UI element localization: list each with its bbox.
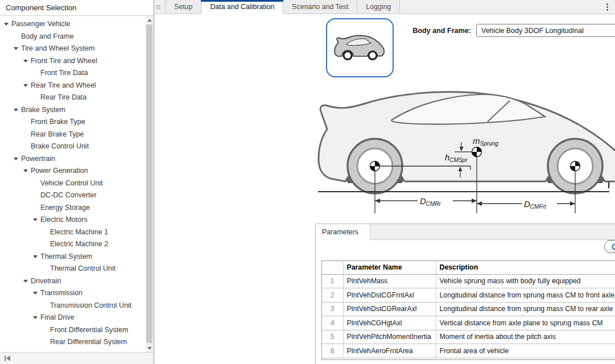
tree-item-energy-storage[interactable]: Energy Storage <box>0 202 146 214</box>
reset-values-button[interactable]: Reset Values <box>604 240 615 253</box>
tree-item-label: Front Tire and Wheel <box>31 55 97 68</box>
tree-item-electric-motors[interactable]: Electric Motors <box>0 214 146 226</box>
tree-item-powertrain[interactable]: Powertrain <box>0 153 146 166</box>
virtual-vehicle-composer-window: Component Selection Passenger VehicleBod… <box>0 0 615 364</box>
tree-item-label: Front Tire Data <box>40 67 88 80</box>
tree-item-front-differential-system[interactable]: Front Differential System <box>0 324 146 337</box>
tree-item-label: Electric Machine 2 <box>50 238 108 251</box>
tree-item-label: Final Drive <box>40 312 75 324</box>
tree-item-label: Electric Motors <box>40 214 88 226</box>
scroll-up-icon[interactable] <box>146 16 153 24</box>
tree-item-dc-dc-converter[interactable]: DC-DC Converter <box>0 189 146 202</box>
row-index-cell: 6 <box>322 344 343 358</box>
parameter-name-cell: PlntVehPitchMomentInertia <box>343 330 436 344</box>
expand-collapse-icon[interactable] <box>23 60 31 63</box>
car-icon <box>333 34 387 62</box>
tree-item-label: Rear Brake Type <box>31 129 84 141</box>
tree-scrollbar-thumb[interactable] <box>146 24 152 343</box>
tree-item-label: Body and Frame <box>21 31 73 43</box>
reset-icon <box>611 243 615 251</box>
tab-setup[interactable]: Setup <box>165 0 201 14</box>
tree-item-drivetrain[interactable]: Drivetrain <box>0 275 146 288</box>
body-frame-dropdown-value: Vehicle Body 3DOF Longitudinal <box>481 27 584 35</box>
table-row[interactable]: 2PlntVehDstCGFrntAxlLongitudinal distanc… <box>322 288 615 303</box>
tree-item-tire-and-wheel-system[interactable]: Tire and Wheel System <box>0 43 146 55</box>
tree-item-rear-differential-system[interactable]: Rear Differential System <box>0 336 146 349</box>
table-row[interactable]: 1PlntVehMassVehicle sprung mass with bod… <box>322 274 615 288</box>
tree-item-label: Rear Tire and Wheel <box>31 80 96 92</box>
expand-collapse-icon[interactable] <box>32 255 40 258</box>
description-cell: Vehicle sprung mass with body fully equi… <box>436 274 615 288</box>
tree-scrollbar[interactable] <box>146 16 153 352</box>
col-header-parameter-name: Parameter Name <box>343 261 436 274</box>
table-row[interactable]: 5PlntVehPitchMomentInertiaMoment of iner… <box>322 330 615 344</box>
tree-item-rear-brake-type[interactable]: Rear Brake Type <box>0 129 146 141</box>
vehicle-diagram: mSprung hCMSpr DCMRr DCMFrt <box>315 86 615 218</box>
table-row[interactable]: 4PlntVehCGHgtAxlVertical distance from a… <box>322 316 615 330</box>
expand-collapse-icon[interactable] <box>13 158 21 160</box>
expand-collapse-icon[interactable] <box>3 23 11 26</box>
collapse-panel-icon[interactable] <box>5 355 10 361</box>
tab-parameters[interactable]: Parameters <box>316 224 370 240</box>
tree-item-label: Transmission <box>40 287 82 300</box>
tree-item-rear-tire-and-wheel[interactable]: Rear Tire and Wheel <box>0 80 146 92</box>
tree-item-brake-system[interactable]: Brake System <box>0 104 146 117</box>
tab-data-and-calibration[interactable]: Data and Calibration <box>201 0 283 14</box>
tree-item-label: Power Generation <box>31 165 88 177</box>
row-index-cell: 3 <box>322 302 343 316</box>
scroll-down-icon[interactable] <box>146 344 153 352</box>
tree-item-vehicle-control-unit[interactable]: Vehicle Control Unit <box>0 177 146 190</box>
tree-item-rear-tire-data[interactable]: Rear Tire Data <box>0 92 146 104</box>
row-index-cell: 5 <box>322 330 343 344</box>
expand-collapse-icon[interactable] <box>23 84 31 87</box>
expand-collapse-icon[interactable] <box>32 292 40 295</box>
table-row[interactable]: 3PlntVehDstCGRearAxlLongitudinal distanc… <box>322 302 615 316</box>
tree-item-label: Passenger Vehicle <box>11 18 71 31</box>
tree-item-label: Thermal System <box>40 251 92 263</box>
body-frame-dropdown[interactable]: Vehicle Body 3DOF Longitudinal <box>476 24 615 37</box>
expand-collapse-icon[interactable] <box>13 47 21 50</box>
expand-collapse-icon[interactable] <box>32 218 40 221</box>
tree-item-thermal-system[interactable]: Thermal System <box>0 251 146 263</box>
row-index-cell: 4 <box>322 316 343 330</box>
parameters-table: Parameter Name Description Units Value 1… <box>321 260 615 360</box>
body-frame-variant-button[interactable] <box>326 18 394 77</box>
splitter-grip-icon[interactable] <box>156 0 164 14</box>
tree-item-passenger-vehicle[interactable]: Passenger Vehicle <box>0 18 146 31</box>
expand-collapse-icon[interactable] <box>13 109 21 111</box>
main-area: SetupData and CalibrationScenario and Te… <box>154 0 615 364</box>
parameter-name-cell: PlntVehDstCGRearAxl <box>343 302 436 316</box>
tree-item-label: Thermal Control Unit <box>50 263 115 275</box>
tree-item-label: Electric Machine 1 <box>50 226 108 239</box>
parameter-name-cell: PlntVehDstCGFrntAxl <box>343 288 436 303</box>
expand-collapse-icon[interactable] <box>23 169 31 172</box>
tree-item-label: Drivetrain <box>31 275 61 288</box>
tree-item-front-brake-type[interactable]: Front Brake Type <box>0 116 146 129</box>
tree-item-final-drive[interactable]: Final Drive <box>0 312 146 324</box>
expand-collapse-icon[interactable] <box>32 316 40 319</box>
tab-bar: SetupData and CalibrationScenario and Te… <box>154 0 615 14</box>
kebab-menu-icon[interactable] <box>602 2 612 12</box>
tab-logging[interactable]: Logging <box>357 0 400 14</box>
tree-item-front-tire-and-wheel[interactable]: Front Tire and Wheel <box>0 55 146 68</box>
tree-item-electric-machine-1[interactable]: Electric Machine 1 <box>0 226 146 239</box>
expand-collapse-icon[interactable] <box>23 280 31 283</box>
tree-item-transmission[interactable]: Transmission <box>0 287 146 300</box>
description-cell: Moment of inertia about the pitch axis <box>436 330 615 344</box>
tree-item-label: Powertrain <box>21 153 55 166</box>
tree-item-label: DC-DC Converter <box>40 189 97 202</box>
center-of-mass-symbol <box>472 147 482 157</box>
tree-item-power-generation[interactable]: Power Generation <box>0 165 146 177</box>
tree-item-thermal-control-unit[interactable]: Thermal Control Unit <box>0 263 146 275</box>
tree-item-electric-machine-2[interactable]: Electric Machine 2 <box>0 238 146 251</box>
tree-item-front-tire-data[interactable]: Front Tire Data <box>0 67 146 80</box>
description-cell: Longitudinal distance from sprung mass C… <box>436 302 615 316</box>
tab-scenario-and-test[interactable]: Scenario and Test <box>283 0 357 14</box>
tree-item-body-and-frame[interactable]: Body and Frame <box>0 31 146 43</box>
panel-bottom-bar <box>0 352 154 364</box>
tree-item-transmission-control-unit[interactable]: Transmission Control Unit <box>0 300 146 312</box>
tree-item-brake-control-unit[interactable]: Brake Control Unit <box>0 140 146 153</box>
table-row[interactable]: 6PlntVehAeroFrntAreaFrontal area of vehi… <box>322 344 615 358</box>
description-cell: Longitudinal distance from sprung mass C… <box>436 288 615 303</box>
parameter-name-cell: PlntVehMass <box>343 274 436 288</box>
